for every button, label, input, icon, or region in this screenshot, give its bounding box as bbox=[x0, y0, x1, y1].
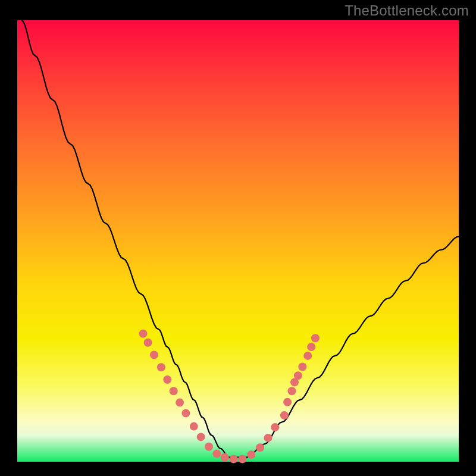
data-marker bbox=[303, 352, 312, 360]
data-marker bbox=[170, 387, 178, 395]
data-marker bbox=[150, 350, 158, 359]
data-marker bbox=[288, 387, 296, 395]
data-marker bbox=[157, 363, 165, 371]
data-marker bbox=[212, 450, 221, 458]
watermark-label: TheBottleneck.com bbox=[345, 2, 469, 19]
data-marker bbox=[247, 450, 255, 459]
data-marker bbox=[230, 455, 238, 464]
data-marker bbox=[256, 443, 264, 452]
bottleneck-curve bbox=[21, 20, 459, 458]
data-marker bbox=[283, 398, 292, 406]
data-marker bbox=[197, 433, 205, 441]
data-marker bbox=[298, 363, 306, 371]
data-marker bbox=[139, 330, 148, 338]
data-marker bbox=[221, 453, 229, 462]
data-markers bbox=[139, 330, 320, 464]
data-marker bbox=[264, 434, 273, 442]
data-marker bbox=[176, 399, 184, 407]
chart-frame: TheBottleneck.com bbox=[0, 0, 476, 476]
data-marker bbox=[294, 371, 302, 380]
data-marker bbox=[280, 411, 289, 419]
data-marker bbox=[238, 455, 246, 464]
data-marker bbox=[163, 375, 171, 384]
data-marker bbox=[181, 409, 190, 417]
data-marker bbox=[271, 423, 279, 431]
chart-svg bbox=[17, 20, 459, 462]
data-marker bbox=[311, 334, 320, 342]
data-marker bbox=[205, 443, 213, 451]
data-marker bbox=[144, 339, 152, 347]
plot-area bbox=[17, 20, 459, 462]
data-marker bbox=[190, 422, 198, 431]
data-marker bbox=[307, 343, 315, 351]
